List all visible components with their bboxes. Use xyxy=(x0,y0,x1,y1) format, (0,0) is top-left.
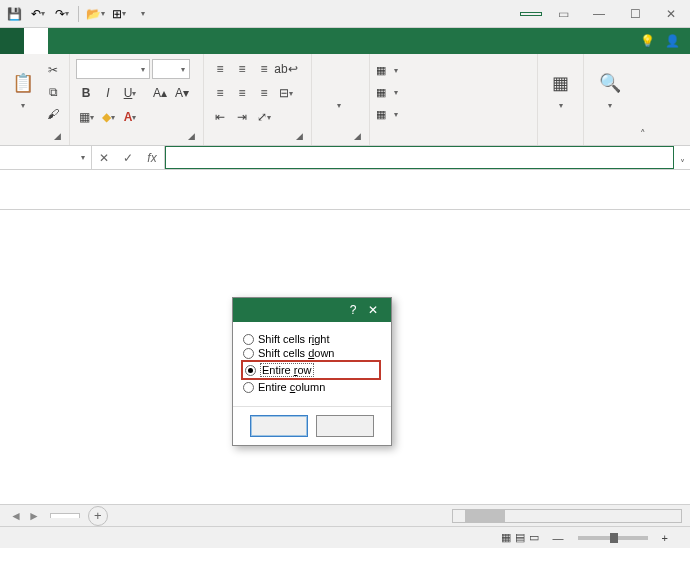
view-normal-icon[interactable]: ▦ xyxy=(501,531,511,544)
underline-button[interactable]: U▾ xyxy=(120,83,140,103)
tab-formulas[interactable] xyxy=(96,28,120,54)
radio-entire-row[interactable]: Entire row xyxy=(245,362,377,378)
increase-font-icon[interactable]: A▴ xyxy=(150,83,170,103)
orientation-icon[interactable]: ⤢▾ xyxy=(254,107,274,127)
tab-file[interactable] xyxy=(0,28,24,54)
font-name-combo[interactable]: ▾ xyxy=(76,59,150,79)
group-styles xyxy=(376,141,531,143)
redo-icon[interactable]: ↷▾ xyxy=(52,4,72,24)
ribbon-display-icon[interactable]: ▭ xyxy=(548,4,578,24)
new-sheet-button[interactable]: + xyxy=(88,506,108,526)
collapse-ribbon-icon[interactable]: ˄ xyxy=(636,54,650,145)
tab-review[interactable] xyxy=(144,28,168,54)
cut-icon[interactable]: ✂ xyxy=(43,60,63,80)
group-number: ◢ xyxy=(318,141,363,143)
copy-icon[interactable]: ⧉ xyxy=(43,82,63,102)
touch-mode-icon[interactable]: ⊞▾ xyxy=(109,4,129,24)
signin-button[interactable] xyxy=(520,12,542,16)
radio-shift-right[interactable]: Shift cells right xyxy=(243,332,381,346)
decrease-font-icon[interactable]: A▾ xyxy=(172,83,192,103)
conditional-formatting-button[interactable]: ▦▾ xyxy=(376,60,398,80)
open-icon[interactable]: 📂▾ xyxy=(85,4,105,24)
cell-styles-icon: ▦ xyxy=(376,108,386,121)
tab-page-layout[interactable] xyxy=(72,28,96,54)
name-box[interactable]: ▾ xyxy=(0,146,92,169)
decrease-indent-icon[interactable]: ⇤ xyxy=(210,107,230,127)
view-page-break-icon[interactable]: ▭ xyxy=(529,531,539,544)
wrap-text-icon[interactable]: ab↩ xyxy=(276,59,296,79)
bold-button[interactable]: B xyxy=(76,83,96,103)
ok-button[interactable] xyxy=(250,415,308,437)
format-painter-icon[interactable]: 🖌 xyxy=(43,104,63,124)
paste-button[interactable]: 📋 ▾ xyxy=(6,56,39,122)
align-right-icon[interactable]: ≡ xyxy=(254,83,274,103)
dialog-launcher-icon[interactable]: ◢ xyxy=(54,131,61,141)
number-format-button[interactable]: ▾ xyxy=(318,56,360,122)
save-icon[interactable]: 💾 xyxy=(4,4,24,24)
close-icon[interactable]: ✕ xyxy=(656,4,686,24)
editing-button[interactable]: 🔍 ▾ xyxy=(590,56,630,122)
tab-insert[interactable] xyxy=(48,28,72,54)
borders-icon[interactable]: ▦▾ xyxy=(76,107,96,127)
group-clipboard: ◢ xyxy=(6,141,63,143)
dialog-launcher-icon[interactable]: ◢ xyxy=(188,131,195,141)
find-icon: 🔍 xyxy=(596,69,624,97)
merge-center-icon[interactable]: ⊟▾ xyxy=(276,83,296,103)
cancel-button[interactable] xyxy=(316,415,374,437)
font-color-icon[interactable]: A▾ xyxy=(120,107,140,127)
cells-button[interactable]: ▦ ▾ xyxy=(544,56,577,122)
formula-bar[interactable] xyxy=(165,146,674,169)
dialog-help-icon[interactable]: ? xyxy=(343,303,363,317)
italic-button[interactable]: I xyxy=(98,83,118,103)
align-left-icon[interactable]: ≡ xyxy=(210,83,230,103)
zoom-in-icon[interactable]: + xyxy=(662,532,668,544)
increase-indent-icon[interactable]: ⇥ xyxy=(232,107,252,127)
tab-view[interactable] xyxy=(168,28,192,54)
zoom-out-icon[interactable]: — xyxy=(553,532,564,544)
group-alignment: ◢ xyxy=(210,141,305,143)
maximize-icon[interactable]: ☐ xyxy=(620,4,650,24)
format-as-table-button[interactable]: ▦▾ xyxy=(376,82,398,102)
dialog-launcher-icon[interactable]: ◢ xyxy=(296,131,303,141)
view-page-layout-icon[interactable]: ▤ xyxy=(515,531,525,544)
insert-dialog: ? ✕ Shift cells right Shift cells down E… xyxy=(232,297,392,446)
sheet-nav-prev-icon[interactable]: ◄ xyxy=(10,509,22,523)
clipboard-icon: 📋 xyxy=(9,69,37,97)
cancel-formula-icon[interactable]: ✕ xyxy=(92,151,116,165)
dialog-close-icon[interactable]: ✕ xyxy=(363,303,383,317)
radio-entire-column[interactable]: Entire column xyxy=(243,380,381,394)
fill-color-icon[interactable]: ◆▾ xyxy=(98,107,118,127)
cond-format-icon: ▦ xyxy=(376,64,386,77)
horizontal-scrollbar[interactable] xyxy=(452,509,682,523)
tab-help[interactable] xyxy=(192,28,216,54)
dialog-launcher-icon[interactable]: ◢ xyxy=(354,131,361,141)
fx-icon[interactable]: fx xyxy=(140,151,164,165)
percent-icon xyxy=(325,69,353,97)
minimize-icon[interactable]: — xyxy=(584,4,614,24)
undo-icon[interactable]: ↶▾ xyxy=(28,4,48,24)
radio-shift-down[interactable]: Shift cells down xyxy=(243,346,381,360)
table-icon: ▦ xyxy=(376,86,386,99)
sheet-tab[interactable] xyxy=(50,513,80,518)
align-center-icon[interactable]: ≡ xyxy=(232,83,252,103)
zoom-slider[interactable] xyxy=(578,536,648,540)
tell-me[interactable]: 💡 xyxy=(640,34,655,48)
tab-data[interactable] xyxy=(120,28,144,54)
font-size-combo[interactable]: ▾ xyxy=(152,59,190,79)
tab-home[interactable] xyxy=(24,28,48,54)
group-font: ◢ xyxy=(76,141,197,143)
cells-icon: ▦ xyxy=(547,69,575,97)
align-middle-icon[interactable]: ≡ xyxy=(232,59,252,79)
enter-formula-icon[interactable]: ✓ xyxy=(116,151,140,165)
sheet-nav-next-icon[interactable]: ► xyxy=(28,509,40,523)
cell-styles-button[interactable]: ▦▾ xyxy=(376,104,398,124)
qat-customize-icon[interactable]: ▾ xyxy=(133,4,153,24)
align-bottom-icon[interactable]: ≡ xyxy=(254,59,274,79)
share-button[interactable]: 👤 xyxy=(665,34,680,48)
expand-formula-bar-icon[interactable]: ˅ xyxy=(674,146,690,169)
align-top-icon[interactable]: ≡ xyxy=(210,59,230,79)
